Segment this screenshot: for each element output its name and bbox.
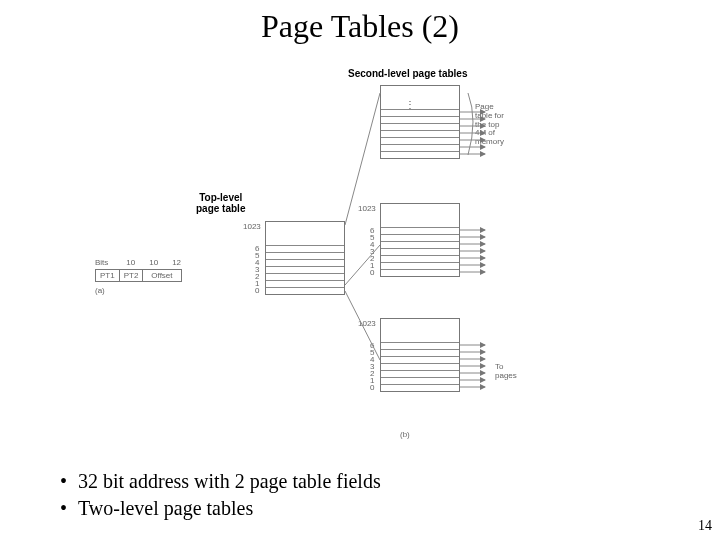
n0a: 0: [255, 287, 259, 294]
n0c: 0: [370, 384, 374, 391]
vdots-icon-2: ⋮: [405, 99, 415, 110]
b-caption: (b): [400, 430, 410, 439]
label-to-pages: To pages: [495, 363, 517, 381]
second-level-bot: [380, 318, 460, 392]
cell-pt1: PT1: [96, 270, 120, 281]
a-caption: (a): [95, 286, 182, 295]
bullet-1: 32 bit address with 2 page table fields: [60, 468, 381, 495]
tp-2: pages: [495, 371, 517, 380]
ptf-4: 4M of: [475, 128, 495, 137]
svg-line-1: [345, 245, 380, 285]
ptf-5: memory: [475, 137, 504, 146]
num-1023-top: 1023: [243, 223, 261, 230]
label-page-table-for: Page table for the top 4M of memory: [475, 103, 525, 147]
ptf-3: the top: [475, 120, 499, 129]
n0b: 0: [370, 269, 374, 276]
tp-1: To: [495, 362, 503, 371]
page-title: Page Tables (2): [0, 8, 720, 45]
diagram-area: Bits 10 10 12 PT1 PT2 Offset (a) 1023 ⋮ …: [80, 85, 640, 455]
bits-pt1: 10: [126, 258, 135, 267]
bits-label: Bits: [95, 258, 108, 267]
ptf-1: Page: [475, 102, 494, 111]
num-1023-bot: 1023: [358, 320, 376, 327]
second-level-top: [380, 85, 460, 159]
label-second-level: Second-level page tables: [348, 68, 468, 79]
top-level-table: [265, 221, 345, 295]
num-1023-mid: 1023: [358, 205, 376, 212]
cell-pt2: PT2: [120, 270, 144, 281]
bullet-list: 32 bit address with 2 page table fields …: [60, 468, 381, 522]
ptf-2: table for: [475, 111, 504, 120]
bullet-2: Two-level page tables: [60, 495, 381, 522]
bits-off: 12: [172, 258, 181, 267]
page-number: 14: [698, 518, 712, 534]
bits-pt2: 10: [149, 258, 158, 267]
second-level-mid: [380, 203, 460, 277]
address-decomposition: Bits 10 10 12 PT1 PT2 Offset (a): [95, 258, 182, 295]
cell-offset: Offset: [143, 270, 180, 281]
